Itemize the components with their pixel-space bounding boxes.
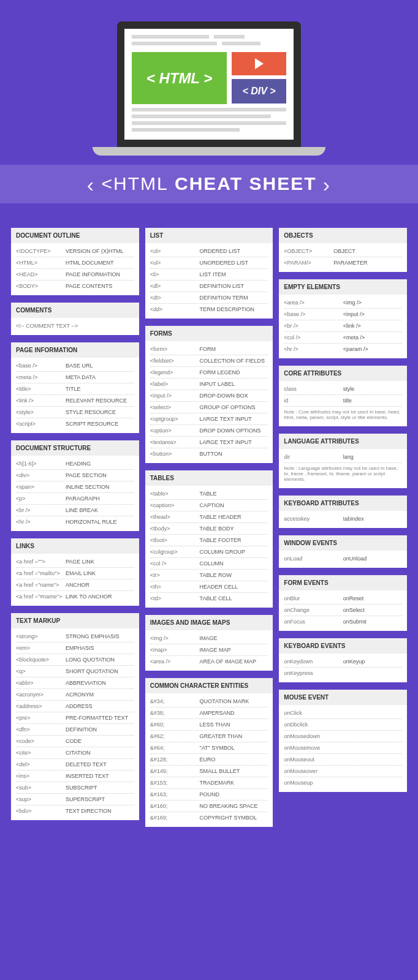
table-row: <table>TABLE [150,488,268,500]
table-row: onChangeonSelect [284,605,402,616]
cell-key: <acronym> [16,692,66,698]
card: TABLES<table>TABLE<caption>CAPTION<thead… [145,470,273,608]
card: COMMON CHARACTER ENTITIES&#34;QUOTATION … [145,678,273,827]
cell-key: <cite> [16,750,66,756]
cell-value: COLUMN [200,560,268,567]
cell-value: LARGE TEXT INPUT [200,439,268,445]
cell-value: LINE BREAK [66,507,134,513]
card-title: DOCUMENT OUTLINE [11,228,139,243]
cell-key: <colgroup> [150,549,200,555]
cell-key: &#62; [150,733,200,739]
table-row: onMouseout [284,754,402,766]
cell-key: <OBJECT> [284,248,333,254]
table-row: <dl>DEFINITION LIST [150,281,268,292]
cell-key: &#169; [150,815,200,821]
card-title: DOCUMENT STRUCTURE [11,440,139,456]
cell-value: ADDRESS [66,703,134,709]
cell-value: <img /> [343,300,402,306]
cell-value: LINK TO ANCHOR [66,594,134,600]
table-row: &#62;GREATER THAN [150,731,268,742]
table-row: <!DOCTYPE>VERSION OF (X)HTML [16,246,134,257]
card-title: FORM EVENTS [279,575,407,590]
cell-key: <abbr> [16,680,66,686]
table-row: <script>SCRIPT RESOURCE [16,418,134,429]
table-row: onDbclick [284,719,402,731]
cell-value: CITATION [66,750,134,756]
cell-value: LARGE TEXT INPUT [200,416,268,422]
cell-key: <ul> [150,260,200,266]
cell-value: onKeyup [343,658,402,665]
cell-value: PAGE LINK [66,559,134,565]
cell-key: <code> [16,738,66,744]
hero: < HTML > < DIV > ‹ <HTML CHEAT SHEET › [0,0,418,203]
cell-key: &#38; [150,710,200,716]
cell-key: onKeydown [284,658,343,665]
cell-value: onReset [343,595,402,601]
cell-key: onBlur [284,595,343,601]
card-title: KEYBOARD ATTRIBUTES [279,496,407,511]
table-row: <del>DELETED TEXT [16,759,134,771]
table-row: <strong>STRONG EMPHASIS [16,631,134,643]
cell-value: TABLE BODY [200,526,268,532]
cell-key: <pre> [16,715,66,721]
cell-key: &#34; [150,698,200,704]
card: FORM EVENTSonBluronResetonChangeonSelect… [279,575,407,631]
cell-key: <q> [16,668,66,674]
cell-value: NO BREAKING SPACE [200,803,268,809]
cell-value: TABLE ROW [200,572,268,578]
card: LINKS<a href ="">PAGE LINK<a href ="mail… [11,538,139,606]
card: LIST<ol>ORDERED LIST<ul>UNORDERED LIST<l… [145,228,273,318]
cell-key: &#128; [150,756,200,763]
play-icon [232,52,286,75]
table-row: onMousedown [284,731,402,742]
table-row: <blockquote>LONG QUOTATION [16,654,134,666]
cell-key: <sup> [16,796,66,802]
cell-value: TABLE CELL [200,595,268,601]
cell-key: <base /> [16,363,66,369]
table-row: <col />COLUMN [150,558,268,570]
keyboard [93,147,325,156]
table-row: onBluronReset [284,593,402,605]
cell-key: onMouseout [284,756,402,763]
cell-value: EMPHASIS [66,645,134,651]
cell-value: RELEVANT RESOURCE [66,398,134,404]
card: KEYBOARD ATTRIBUTESaccesskeytabindex [279,496,407,528]
table-row: accesskeytabindex [284,513,402,524]
cell-key: onMouseup [284,780,402,786]
column-2: LIST<ol>ORDERED LIST<ul>UNORDERED LIST<l… [145,228,273,827]
cell-value: GROUP OF OPTIONS [200,404,268,410]
table-row: <label>INPUT LABEL [150,379,268,390]
cell-key: <dt> [150,295,200,301]
cell-value: PRE-FORMATTED TEXT [66,715,134,721]
cell-key: &#64; [150,745,200,751]
table-row: <cite>CITATION [16,747,134,759]
cell-value: PAGE SECTION [66,472,134,478]
table-row: <tfoot>TABLE FOOTER [150,535,268,546]
card: KEYBOARD EVENTSonKeydownonKeyuponKeypres… [279,638,407,682]
columns: DOCUMENT OUTLINE<!DOCTYPE>VERSION OF (X)… [0,203,418,845]
cell-key: <br /> [16,507,66,513]
cell-key: onMousedown [284,733,402,739]
cell-value: FORM LEGEND [200,369,268,375]
cell-key: <bdo> [16,808,66,814]
cell-value: PAGE INFORMATION [66,271,134,277]
card-title: WINDOW EVENTS [279,535,407,551]
cell-key: &#160; [150,803,200,809]
cell-value: BUTTON [200,451,268,457]
table-row: <area />AREA OF IMAGE MAP [150,656,268,667]
cell-value: onSelect [343,607,402,613]
title-prefix: <HTML [102,173,169,194]
cell-key: <ol> [150,248,200,254]
cell-key: <BODY> [16,283,66,289]
cell-key: <option> [150,428,200,434]
table-row: <tbody>TABLE BODY [150,523,268,535]
table-row: onClick [284,707,402,719]
table-row: <OBJECT>OBJECT [284,246,402,257]
cell-key: id [284,398,343,404]
card: EMPTY ELEMENTS<area /><img /><base /><in… [279,279,407,358]
screen-frame: < HTML > < DIV > [117,21,301,147]
table-row: &#128;EURO [150,754,268,766]
cell-value: TRADEMARK [200,780,268,786]
cell-key: <table> [150,491,200,497]
note: Note : Core attributes may not be used i… [284,407,402,423]
